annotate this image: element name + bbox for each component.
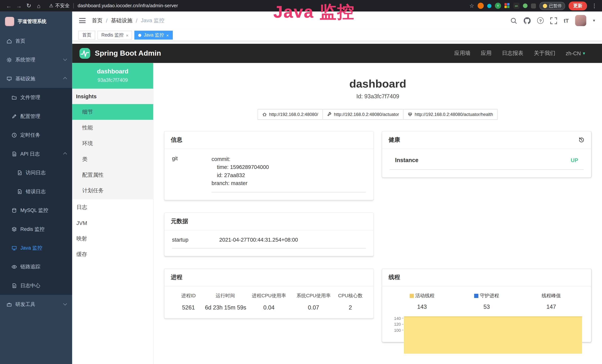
sba-item-scheduled-tasks[interactable]: 计划任务 [72, 183, 153, 199]
avatar-caret-icon[interactable]: ▾ [593, 18, 595, 23]
history-icon[interactable] [578, 137, 585, 143]
forward-icon[interactable]: → [14, 2, 24, 9]
health-url-link[interactable]: http://192.168.0.2:48080/actuator/health [403, 109, 498, 120]
sidebar-item-access-log[interactable]: 访问日志 [0, 163, 72, 182]
legend-value: 147 [519, 303, 584, 310]
actuator-url-link[interactable]: http://192.168.0.2:48080/actuator [322, 109, 404, 120]
tab-java-monitor[interactable]: Java 监控 × [135, 31, 172, 40]
sidebar-item-trace[interactable]: 链路追踪 [0, 257, 72, 276]
home-icon[interactable]: ⌂ [34, 2, 44, 9]
ext-icon-orange[interactable] [478, 3, 484, 9]
close-icon[interactable]: × [126, 33, 128, 37]
breadcrumb-home[interactable]: 首页 [92, 17, 103, 24]
active-threads-area [404, 316, 582, 353]
sba-item-caches[interactable]: 缓存 [72, 246, 153, 262]
sidebar-item-label: MySQL 监控 [20, 207, 48, 214]
paused-badge[interactable]: 已暂停 [539, 2, 565, 10]
update-button[interactable]: 更新 [569, 1, 587, 10]
user-avatar[interactable] [575, 15, 586, 26]
health-instance-row[interactable]: Instance UP [390, 155, 584, 170]
locale-selector[interactable]: zh-CN ▾ [566, 50, 585, 56]
legend-active-threads: 活动线程 143 [390, 293, 454, 310]
ext-icon-green-y[interactable]: Y [495, 3, 501, 9]
sba-item-label: 日志 [76, 204, 87, 211]
sba-nav: 应用墙 应用 日志报表 关于我们 zh-CN ▾ [454, 50, 595, 57]
sidebar-item-error-log[interactable]: 错误日志 [0, 182, 72, 201]
back-icon[interactable]: ← [4, 2, 14, 9]
sba-nav-journal[interactable]: 日志报表 [502, 50, 523, 57]
sidebar-item-config[interactable]: 配置管理 [0, 107, 72, 126]
bookmark-star-icon[interactable]: ☆ [469, 3, 474, 9]
instance-name: dashboard [72, 68, 153, 75]
breadcrumb-separator: / [136, 17, 137, 23]
close-icon[interactable]: × [166, 33, 169, 37]
browser-chrome: ← → ↻ ⌂ ⚠ 不安全 dashboard.yudao.iocoder.cn… [0, 0, 602, 11]
legend-label: 活动线程 [415, 293, 435, 299]
help-icon[interactable]: ? [537, 17, 544, 24]
sidebar-item-files[interactable]: 文件管理 [0, 88, 72, 107]
sba-nav-applications[interactable]: 应用 [481, 50, 492, 57]
browser-menu-icon[interactable]: ⋮ [591, 3, 598, 9]
sba-item-logs[interactable]: 日志 [72, 199, 153, 215]
ext-icon-grid[interactable] [505, 3, 510, 9]
ext-icon-leaf[interactable] [523, 3, 527, 8]
sba-item-environment[interactable]: 环境 [72, 136, 153, 151]
sidebar-item-log-center[interactable]: 日志中心 [0, 276, 72, 295]
breadcrumb-infra[interactable]: 基础设施 [111, 17, 132, 24]
sba-nav-about[interactable]: 关于我们 [534, 50, 555, 57]
sba-item-mappings[interactable]: 映射 [72, 231, 153, 247]
address-bar[interactable]: dashboard.yudao.iocoder.cn/infra/admin-s… [78, 3, 178, 9]
sidebar-item-label: 日志中心 [20, 282, 40, 289]
security-indicator[interactable]: ⚠ 不安全 [49, 2, 70, 9]
document-edit-icon [11, 283, 17, 288]
sidebar-item-java[interactable]: Java 监控 [0, 238, 72, 257]
chevron-down-icon [63, 302, 67, 305]
font-size-icon[interactable]: tT [564, 17, 569, 23]
sidebar-item-devtools[interactable]: 研发工具 [0, 295, 72, 314]
service-url-link[interactable]: http://192.168.0.2:48080/ [258, 109, 323, 120]
search-icon[interactable] [510, 17, 517, 24]
sba-item-label: 计划任务 [82, 187, 104, 194]
hamburger-icon[interactable] [79, 18, 86, 23]
eye-icon [11, 264, 17, 269]
sba-item-details[interactable]: 细节 [72, 104, 153, 120]
tab-redis-monitor[interactable]: Redis 监控 × [97, 31, 132, 40]
sidebar-item-system[interactable]: 系统管理 [0, 50, 72, 69]
app-logo-row: 芋道管理系统 [0, 11, 72, 32]
github-icon[interactable] [524, 17, 531, 24]
heartbeat-icon [408, 112, 412, 117]
metadata-startup-row: startup 2021-04-27T00:44:31.254+08:00 [172, 237, 366, 248]
status-badge: UP [571, 157, 578, 163]
sba-item-metrics[interactable]: 性能 [72, 120, 153, 136]
breadcrumb-separator: / [106, 17, 108, 23]
url-separator [74, 3, 74, 9]
sba-item-label: 类 [82, 156, 87, 163]
sidebar-item-home[interactable]: 首页 [0, 32, 72, 50]
sidebar-item-redis[interactable]: Redis 监控 [0, 220, 72, 238]
sba-item-config-props[interactable]: 配置属性 [72, 167, 153, 183]
sidebar-item-mysql[interactable]: MySQL 监控 [0, 201, 72, 220]
instance-id-line: Id: 93a3fc7f7409 [153, 93, 602, 99]
fullscreen-icon[interactable] [550, 17, 557, 24]
sba-item-jvm[interactable]: JVM [72, 215, 153, 231]
sidebar-item-jobs[interactable]: 定时任务 [0, 126, 72, 144]
sba-item-label: 环境 [82, 140, 93, 147]
metadata-card-title: 元数据 [164, 213, 374, 230]
tab-home[interactable]: 首页 [78, 31, 95, 40]
ext-icon-teal[interactable] [487, 4, 492, 8]
column-value: 5261 [172, 304, 205, 310]
sidebar-item-api-log[interactable]: API 日志 [0, 144, 72, 163]
process-col-uptime: 运行时间 6d 23h 15m 59s [205, 293, 246, 310]
ext-icon-on[interactable]: on [513, 3, 519, 9]
sba-item-classes[interactable]: 类 [72, 151, 153, 167]
reload-icon[interactable]: ↻ [24, 2, 34, 9]
info-card: 信息 git commit: time: 1596289704000 id: 2… [164, 131, 374, 200]
chrome-right-cluster: ☆ Y on 已暂停 更新 ⋮ [469, 1, 598, 10]
spring-boot-admin-logo [79, 48, 91, 59]
ext-icon-plug[interactable] [531, 3, 536, 8]
sba-instance-header[interactable]: dashboard 93a3fc7f7409 [72, 63, 153, 89]
column-value: 6d 23h 15m 59s [205, 304, 246, 310]
threads-legend: 活动线程 143 守护进程 53 线程峰值 [390, 293, 584, 310]
sidebar-item-infra[interactable]: 基础设施 [0, 69, 72, 88]
sba-nav-wallboard[interactable]: 应用墙 [454, 50, 470, 57]
